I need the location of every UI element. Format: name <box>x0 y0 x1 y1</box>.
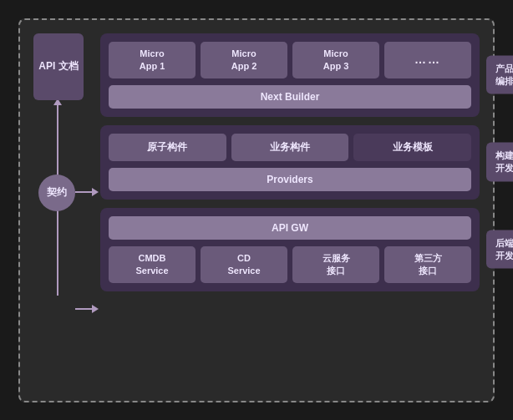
components-row: 原子构件 业务构件 业务模板 <box>109 134 471 161</box>
cd-service: CDService <box>201 246 287 283</box>
micro-app-1: MicroApp 1 <box>109 42 196 78</box>
top-right-label: 产品编排 <box>486 55 513 94</box>
contract-circle: 契约 <box>38 175 75 211</box>
bot-right-label: 后端开发 <box>486 230 513 269</box>
micro-app-2: MicroApp 2 <box>201 42 287 78</box>
bot-section: API GW CMDBService CDService 云服务接口 第三方接口… <box>100 208 480 291</box>
top-section: MicroApp 1 MicroApp 2 MicroApp 3 …… Next… <box>100 33 480 117</box>
cloud-service-api: 云服务接口 <box>292 246 379 283</box>
api-gw-bar: API GW <box>109 216 471 240</box>
next-builder-bar: Next Builder <box>109 85 471 109</box>
micro-app-3: MicroApp 3 <box>292 42 379 78</box>
third-party-api: 第三方接口 <box>384 246 471 283</box>
arrow-right-mid <box>75 191 94 193</box>
mid-section: 原子构件 业务构件 业务模板 Providers 构建开发 <box>100 125 480 200</box>
cmdb-service: CMDBService <box>109 246 196 283</box>
services-row: CMDBService CDService 云服务接口 第三方接口 <box>109 246 471 283</box>
architecture-diagram: API 文档 契约 MicroApp 1 MicroApp 2 MicroApp… <box>18 18 495 402</box>
mid-right-label: 构建开发 <box>486 143 513 182</box>
atomic-component: 原子构件 <box>109 134 226 161</box>
main-content: MicroApp 1 MicroApp 2 MicroApp 3 …… Next… <box>100 33 480 387</box>
business-component: 业务构件 <box>231 134 349 161</box>
business-template: 业务模板 <box>353 134 471 161</box>
arrow-right-bot <box>75 308 94 310</box>
api-doc-box: API 文档 <box>33 33 84 100</box>
micro-app-more: …… <box>384 42 471 78</box>
providers-bar: Providers <box>109 168 471 191</box>
micro-apps-row: MicroApp 1 MicroApp 2 MicroApp 3 …… <box>109 42 471 78</box>
